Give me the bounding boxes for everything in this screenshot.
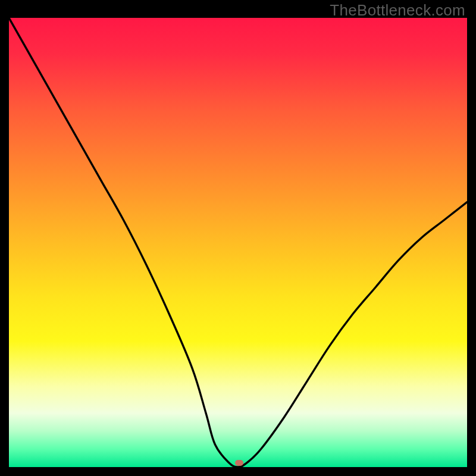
marker-dot [235, 460, 243, 466]
chart-frame: TheBottleneck.com [0, 0, 476, 476]
gradient-background [9, 18, 467, 467]
plot-area [9, 18, 467, 467]
chart-svg [9, 18, 467, 467]
watermark-text: TheBottleneck.com [330, 1, 465, 20]
